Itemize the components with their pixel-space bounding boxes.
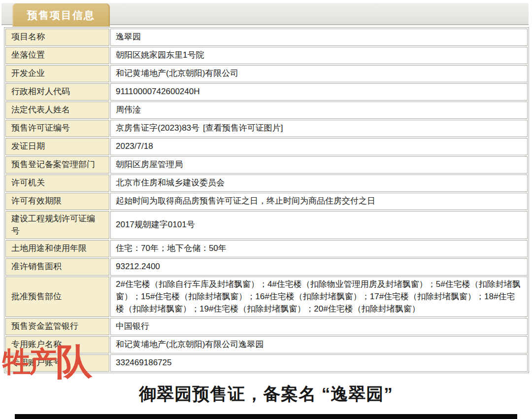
row-value-text: 2#住宅楼（扣除自行车库及封堵飘窗）；4#住宅楼（扣除物业管理用房及封堵飘窗）；…	[116, 279, 521, 313]
table-row: 专用账户名称 和记黄埔地产(北京朝阳)有限公司逸翠园	[5, 336, 528, 353]
row-label: 准许销售面积	[5, 258, 109, 276]
row-value: 周伟淦	[110, 102, 528, 119]
row-value: 2017规朝建字0101号	[110, 211, 528, 239]
row-label: 行政相对人代码	[5, 83, 109, 101]
table-row: 开发企业 和记黄埔地产(北京朝阳)有限公司	[5, 65, 528, 82]
row-value-text: 京房售证字(2023)83号	[116, 123, 200, 133]
row-value: 朝阳区姚家园东里1号院	[110, 47, 528, 64]
caption-text: 御翠园预售证，备案名 “逸翠园”	[0, 383, 532, 406]
row-value-text: 朝阳区房屋管理局	[116, 160, 183, 169]
table-row: 坐落位置 朝阳区姚家园东里1号院	[5, 47, 528, 64]
table-row: 准许销售面积 93212.2400	[5, 258, 528, 276]
row-value-text: 91110000742600240H	[116, 87, 200, 96]
table-row: 预售登记备案管理部门 朝阳区房屋管理局	[5, 156, 528, 174]
row-label: 预售登记备案管理部门	[5, 156, 109, 174]
row-label: 许可机关	[5, 175, 109, 192]
row-value: 住宅：70年；地下仓储：50年	[110, 240, 528, 257]
tab-presale-project-info[interactable]: 预售项目信息	[12, 3, 110, 27]
presale-info-table: 项目名称 逸翠园 坐落位置 朝阳区姚家园东里1号院 开发企业 和记黄埔地产(北京…	[4, 27, 529, 373]
row-label: 项目名称	[5, 29, 109, 46]
row-value-text: 332469186725	[116, 358, 171, 367]
row-label: 预售许可证编号	[5, 120, 109, 137]
row-label: 建设工程规划许可证编号	[5, 211, 109, 239]
table-row: 预售许可证编号 京房售证字(2023)83号[查看预售许可证图片]	[5, 120, 528, 137]
row-value-text: 住宅：70年；地下仓储：50年	[116, 244, 227, 253]
tab-label: 预售项目信息	[27, 8, 95, 22]
row-value: 起始时间为取得商品房预售许可证之日，终止时间为商品住房交付之日	[110, 193, 528, 210]
row-value-text: 和记黄埔地产(北京朝阳)有限公司	[116, 69, 238, 78]
presale-info-page: 预售项目信息 项目名称 逸翠园 坐落位置 朝阳区姚家园东里1号院 开发企业 和记…	[0, 0, 532, 419]
row-label: 法定代表人姓名	[5, 102, 109, 119]
row-value-text: 中国银行	[116, 321, 149, 331]
row-label: 专用账户名称	[5, 336, 109, 353]
table-row: 建设工程规划许可证编号 2017规朝建字0101号	[5, 211, 528, 239]
row-value-text: 93212.2400	[116, 262, 160, 271]
presale-table-body: 项目名称 逸翠园 坐落位置 朝阳区姚家园东里1号院 开发企业 和记黄埔地产(北京…	[5, 29, 528, 372]
table-row: 预售资金监管银行 中国银行	[5, 318, 528, 335]
table-row: 发证日期 2023/7/18	[5, 138, 528, 155]
row-value-text: 2023/7/18	[116, 141, 153, 151]
row-value: 朝阳区房屋管理局	[110, 156, 528, 174]
table-row: 土地用途和使用年限 住宅：70年；地下仓储：50年	[5, 240, 528, 257]
row-value-text: 和记黄埔地产(北京朝阳)有限公司逸翠园	[116, 340, 264, 349]
table-row: 法定代表人姓名 周伟淦	[5, 102, 528, 119]
row-value: 2023/7/18	[110, 138, 528, 155]
row-label: 土地用途和使用年限	[5, 240, 109, 257]
row-value: 京房售证字(2023)83号[查看预售许可证图片]	[110, 120, 528, 137]
row-value: 91110000742600240H	[110, 83, 528, 101]
view-permit-image-link[interactable]: [查看预售许可证图片]	[203, 123, 283, 133]
bottom-bar	[15, 414, 517, 419]
row-label: 批准预售部位	[5, 277, 109, 317]
row-value: 中国银行	[110, 318, 528, 335]
row-value: 332469186725	[110, 354, 528, 372]
row-value-text: 2017规朝建字0101号	[116, 220, 195, 229]
row-value-text: 朝阳区姚家园东里1号院	[116, 50, 204, 60]
row-value: 逸翠园	[110, 29, 528, 46]
row-value: 和记黄埔地产(北京朝阳)有限公司	[110, 65, 528, 82]
row-label: 专用账户账号	[5, 354, 109, 372]
row-value-text: 起始时间为取得商品房预售许可证之日，终止时间为商品住房交付之日	[116, 196, 375, 206]
row-label: 预售资金监管银行	[5, 318, 109, 335]
row-value: 北京市住房和城乡建设委员会	[110, 175, 528, 192]
row-label: 许可有效期限	[5, 193, 109, 210]
row-value: 和记黄埔地产(北京朝阳)有限公司逸翠园	[110, 336, 528, 353]
row-label: 开发企业	[5, 65, 109, 82]
row-value-text: 周伟淦	[116, 105, 141, 114]
table-row: 许可有效期限 起始时间为取得商品房预售许可证之日，终止时间为商品住房交付之日	[5, 193, 528, 210]
table-row: 行政相对人代码 91110000742600240H	[5, 83, 528, 101]
table-row: 许可机关 北京市住房和城乡建设委员会	[5, 175, 528, 192]
row-value-text: 逸翠园	[116, 32, 141, 41]
table-row: 项目名称 逸翠园	[5, 29, 528, 46]
row-label: 发证日期	[5, 138, 109, 155]
row-value: 2#住宅楼（扣除自行车库及封堵飘窗）；4#住宅楼（扣除物业管理用房及封堵飘窗）；…	[110, 277, 528, 317]
table-row: 专用账户账号 332469186725	[5, 354, 528, 372]
row-value: 93212.2400	[110, 258, 528, 276]
row-label: 坐落位置	[5, 47, 109, 64]
table-row: 批准预售部位 2#住宅楼（扣除自行车库及封堵飘窗）；4#住宅楼（扣除物业管理用房…	[5, 277, 528, 317]
row-value-text: 北京市住房和城乡建设委员会	[116, 178, 225, 187]
